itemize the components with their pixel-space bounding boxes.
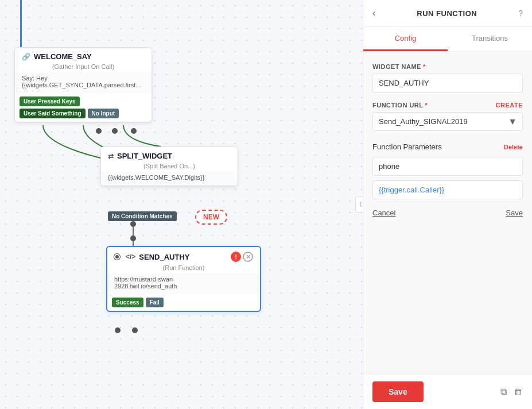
split-node-body: {{widgets.WELCOME_SAY.Digits}} <box>101 172 238 186</box>
param-value-input[interactable] <box>372 180 523 199</box>
welcome-node-tags: User Pressed Keys User Said Something No… <box>15 93 152 122</box>
split-node[interactable]: ⇄ SPLIT_WIDGET (Split Based On...) {{wid… <box>100 146 238 186</box>
panel-title: RUN FUNCTION <box>417 9 477 18</box>
tag-user-pressed-keys: User Pressed Keys <box>20 97 80 106</box>
split-node-title: SPLIT_WIDGET <box>117 152 172 160</box>
panel-footer: Save ⧉ 🗑 <box>363 374 532 409</box>
send-authy-subtitle: (Run Function) <box>107 264 260 273</box>
error-icon: ! <box>231 252 241 262</box>
widget-name-input[interactable] <box>372 74 523 92</box>
save-main-button[interactable]: Save <box>372 381 424 402</box>
svg-point-6 <box>132 327 138 333</box>
tag-no-input: No Input <box>88 109 119 118</box>
welcome-node-body: Say: Hey{{widgets.GET_SYNC_DATA.parsed.f… <box>15 72 152 93</box>
save-link-button[interactable]: Save <box>506 209 523 217</box>
cancel-button[interactable]: Cancel <box>372 209 395 217</box>
panel-header: ‹ RUN FUNCTION ? <box>363 0 532 27</box>
function-url-label: FUNCTION URL * CREATE <box>372 102 523 109</box>
close-icon[interactable]: ✕ <box>243 252 253 262</box>
no-condition-label: No Condition Matches <box>108 211 177 221</box>
collapse-panel-button[interactable]: 《 <box>355 196 363 213</box>
param-name-input[interactable] <box>372 157 523 176</box>
tag-success: Success <box>112 298 143 307</box>
bottom-dots <box>106 325 164 336</box>
welcome-node[interactable]: 🔗 WELCOME_SAY (Gather Input On Call) Say… <box>14 47 152 122</box>
tag-fail: Fail <box>146 298 164 307</box>
right-panel: 《 ‹ RUN FUNCTION ? Config Transitions WI… <box>363 0 532 409</box>
tag-user-said-something: User Said Something <box>20 109 86 118</box>
create-function-button[interactable]: CREATE <box>496 102 523 109</box>
split-node-subtitle: (Split Based On...) <box>101 163 238 172</box>
svg-point-5 <box>115 327 121 333</box>
svg-point-3 <box>130 236 136 241</box>
welcome-node-title: WELCOME_SAY <box>34 52 92 61</box>
send-authy-title: SEND_AUTHY <box>139 253 189 261</box>
svg-point-2 <box>131 128 137 134</box>
function-url-required: * <box>425 102 428 109</box>
panel-back-button[interactable]: ‹ <box>372 8 375 18</box>
send-authy-node-header: </> SEND_AUTHY ! ✕ <box>107 247 260 264</box>
function-params-label: Function Parameters <box>372 142 442 151</box>
svg-point-4 <box>130 221 136 227</box>
welcome-node-icon: 🔗 <box>22 53 30 61</box>
widget-name-required: * <box>423 63 426 70</box>
send-authy-errors: ! ✕ <box>231 252 253 262</box>
send-authy-node[interactable]: </> SEND_AUTHY ! ✕ (Run Function) https:… <box>106 246 261 312</box>
copy-icon[interactable]: ⧉ <box>500 387 507 397</box>
split-node-header: ⇄ SPLIT_WIDGET <box>101 147 238 163</box>
connector-line-top <box>20 0 22 55</box>
function-params-section-header: Function Parameters Delete <box>372 142 523 151</box>
send-authy-tags: Success Fail <box>107 294 260 311</box>
widget-name-label: WIDGET NAME * <box>372 63 523 70</box>
send-authy-dot <box>114 254 120 260</box>
svg-point-0 <box>96 128 102 134</box>
delete-icon[interactable]: 🗑 <box>514 387 523 397</box>
tab-transitions[interactable]: Transitions <box>448 27 532 51</box>
welcome-node-subtitle: (Gather Input On Call) <box>15 63 152 72</box>
send-authy-icon: </> <box>126 253 135 261</box>
delete-param-button[interactable]: Delete <box>504 144 523 151</box>
svg-point-1 <box>112 128 118 134</box>
welcome-node-header: 🔗 WELCOME_SAY <box>15 48 152 63</box>
cancel-save-row: Cancel Save <box>372 206 523 219</box>
new-badge[interactable]: NEW <box>195 210 227 225</box>
split-node-icon: ⇄ <box>108 152 114 160</box>
function-url-select-wrap: Send_Authy_SIGNAL2019 ▼ <box>372 112 523 131</box>
tab-config[interactable]: Config <box>363 27 448 51</box>
panel-body: WIDGET NAME * FUNCTION URL * CREATE Send… <box>363 52 532 374</box>
function-url-select[interactable]: Send_Authy_SIGNAL2019 <box>372 112 523 131</box>
send-authy-body: https://mustard-swan-2928.twil.io/send_a… <box>107 273 260 294</box>
canvas: 🔗 WELCOME_SAY (Gather Input On Call) Say… <box>0 0 363 409</box>
panel-tabs: Config Transitions <box>363 27 532 52</box>
panel-help-button[interactable]: ? <box>518 9 523 18</box>
